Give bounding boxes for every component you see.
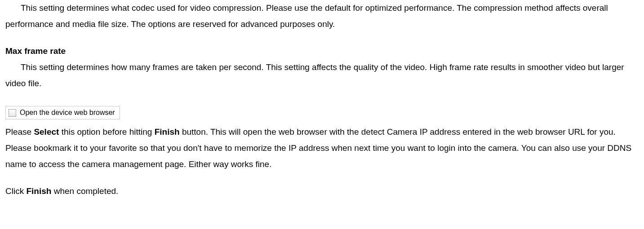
- text-fragment: when completed.: [51, 186, 118, 196]
- max-frame-rate-description: This setting determines how many frames …: [5, 59, 639, 92]
- closing-instruction: Click Finish when completed.: [5, 183, 639, 199]
- text-fragment: this option before hitting: [59, 127, 154, 137]
- open-browser-instruction: Please Select this option before hitting…: [5, 124, 639, 172]
- checkbox-unchecked-icon[interactable]: [9, 109, 16, 117]
- text-fragment: Please: [5, 127, 34, 137]
- finish-bold: Finish: [26, 186, 51, 196]
- finish-bold: Finish: [155, 127, 180, 137]
- open-browser-checkbox[interactable]: Open the device web browser: [5, 106, 120, 119]
- select-bold: Select: [34, 127, 59, 137]
- codec-description: This setting determines what codec used …: [5, 0, 639, 32]
- max-frame-rate-heading: Max frame rate: [5, 43, 639, 59]
- open-browser-checkbox-label: Open the device web browser: [20, 108, 115, 117]
- text-fragment: Click: [5, 186, 26, 196]
